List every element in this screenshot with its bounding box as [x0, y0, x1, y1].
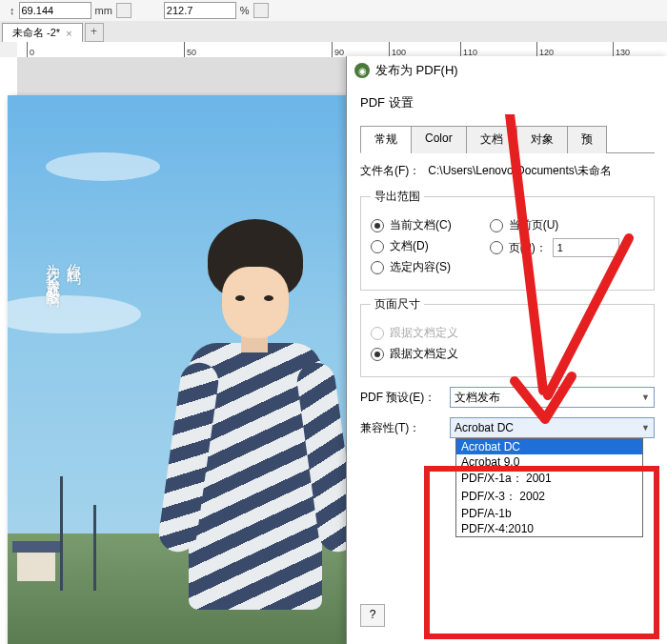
filename-row: 文件名(F)： C:\Users\Lenovo\Documents\未命名 [360, 163, 655, 179]
preset-value: 文档发布 [455, 390, 500, 406]
illustration-roof [12, 541, 60, 553]
filename-label: 文件名(F)： [360, 163, 420, 179]
radio-docs-label: 文档(D) [390, 238, 429, 254]
compat-dropdown: Acrobat DC Acrobat 9.0 PDF/X-1a： 2001 PD… [455, 438, 643, 537]
document-tab-label: 未命名 -2* [12, 26, 60, 40]
compat-row: 兼容性(T)： Acrobat DC ▼ Acrobat DC Acrobat … [360, 417, 655, 438]
artwork-text-1: 你好吗 [65, 252, 83, 264]
ruler-tick: 50 [184, 42, 196, 57]
unit-label: mm [95, 5, 112, 16]
illustration-pole [93, 505, 96, 591]
illustration-house [17, 553, 55, 581]
tab-general[interactable]: 常规 [360, 126, 412, 153]
dialog-title: 发布为 PDF(H) [375, 62, 458, 79]
help-button[interactable]: ? [360, 604, 385, 627]
compat-option[interactable]: PDF/X-4:2010 [456, 521, 642, 536]
tab-color[interactable]: Color [411, 126, 467, 153]
document-tab[interactable]: 未命名 -2* × [2, 23, 83, 42]
tab-pre[interactable]: 预 [567, 126, 607, 153]
illustration-character [170, 219, 341, 644]
compat-option[interactable]: PDF/X-1a： 2001 [456, 470, 642, 488]
top-toolbar: ↕ mm % [0, 0, 667, 22]
radio-selection-label: 选定内容(S) [390, 259, 451, 275]
toolbar-icon[interactable] [253, 3, 269, 18]
compat-label: 兼容性(T)： [360, 420, 442, 436]
chevron-down-icon: ▼ [641, 423, 650, 433]
radio-pagesize-1-label: 跟据文档定义 [390, 325, 458, 341]
dialog-titlebar: ◉ 发布为 PDF(H) [347, 56, 667, 85]
compat-combo[interactable]: Acrobat DC ▼ [450, 417, 655, 438]
radio-selection[interactable] [371, 261, 384, 274]
radio-current-page[interactable] [490, 219, 503, 232]
compat-option[interactable]: Acrobat DC [456, 439, 642, 454]
illustration-pole [60, 476, 63, 591]
radio-current-doc[interactable] [371, 219, 384, 232]
radio-docs[interactable] [371, 240, 384, 253]
ruler-tick: 130 [613, 42, 630, 57]
filename-value: C:\Users\Lenovo\Documents\未命名 [428, 163, 612, 179]
compat-value: Acrobat DC [455, 421, 514, 434]
add-tab-button[interactable]: + [85, 23, 104, 42]
preset-label: PDF 预设(E)： [360, 390, 442, 406]
compat-option[interactable]: Acrobat 9.0 [456, 454, 642, 470]
pdf-icon: ◉ [354, 63, 370, 78]
ruler-tick: 0 [27, 42, 34, 57]
document-tab-bar: 未命名 -2* × + [0, 21, 667, 42]
radio-current-doc-label: 当前文档(C) [390, 217, 452, 233]
pdf-publish-dialog: ◉ 发布为 PDF(H) PDF 设置 常规 Color 文档 对象 预 文件名… [346, 56, 667, 644]
close-icon[interactable]: × [66, 28, 71, 39]
compat-option[interactable]: PDF/X-3： 2002 [456, 488, 642, 506]
dialog-section-label: PDF 设置 [347, 85, 667, 121]
compat-option[interactable]: PDF/A-1b [456, 506, 642, 521]
radio-pagesize-2[interactable] [371, 348, 384, 361]
chevron-down-icon: ▼ [641, 392, 650, 402]
radio-current-page-label: 当前页(U) [509, 217, 559, 233]
ruler-tick: 120 [536, 42, 554, 57]
coord-icon: ↕ [10, 5, 15, 16]
page-size-legend: 页面尺寸 [371, 296, 424, 312]
preset-row: PDF 预设(E)： 文档发布 ▼ [360, 387, 655, 408]
page-size-group: 页面尺寸 跟据文档定义 跟据文档定义 [360, 296, 655, 377]
ruler-tick: 100 [389, 42, 406, 57]
radio-page-label: 页(P)： [509, 240, 547, 256]
coord-input[interactable] [19, 2, 91, 19]
page-number-input[interactable] [553, 238, 619, 257]
document-page: 你好吗 为什么长大就要散啊 [8, 95, 360, 644]
zoom-input[interactable] [164, 2, 236, 19]
tab-object[interactable]: 对象 [516, 126, 568, 153]
export-range-legend: 导出范围 [371, 189, 424, 205]
artwork-text-2: 为什么长大就要散啊 [44, 252, 62, 287]
toolbar-spacer-icon [116, 3, 131, 18]
preset-combo[interactable]: 文档发布 ▼ [450, 387, 655, 408]
dialog-tabs: 常规 Color 文档 对象 预 [360, 125, 655, 153]
ruler-tick: 110 [460, 42, 477, 57]
radio-pagesize-1 [371, 327, 384, 340]
tab-document[interactable]: 文档 [466, 126, 517, 153]
radio-pagesize-2-label: 跟据文档定义 [390, 346, 458, 362]
ruler-tick: 90 [332, 42, 344, 57]
export-range-group: 导出范围 当前文档(C) 文档(D) 选定内容(S) 当前页(U) 页(P)： [360, 189, 655, 291]
pct-label: % [240, 5, 250, 16]
radio-page[interactable] [490, 241, 503, 254]
